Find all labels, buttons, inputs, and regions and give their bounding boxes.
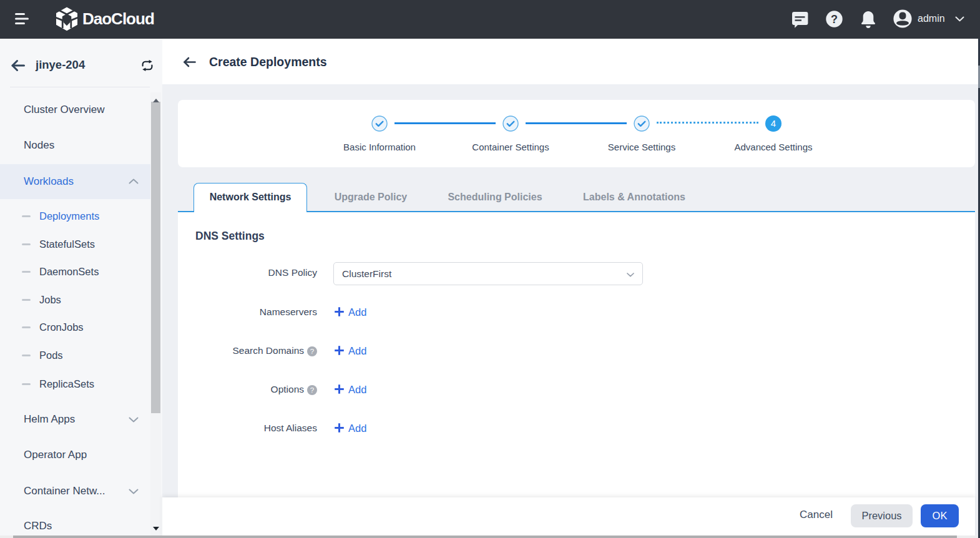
svg-text:?: ? (831, 13, 838, 26)
